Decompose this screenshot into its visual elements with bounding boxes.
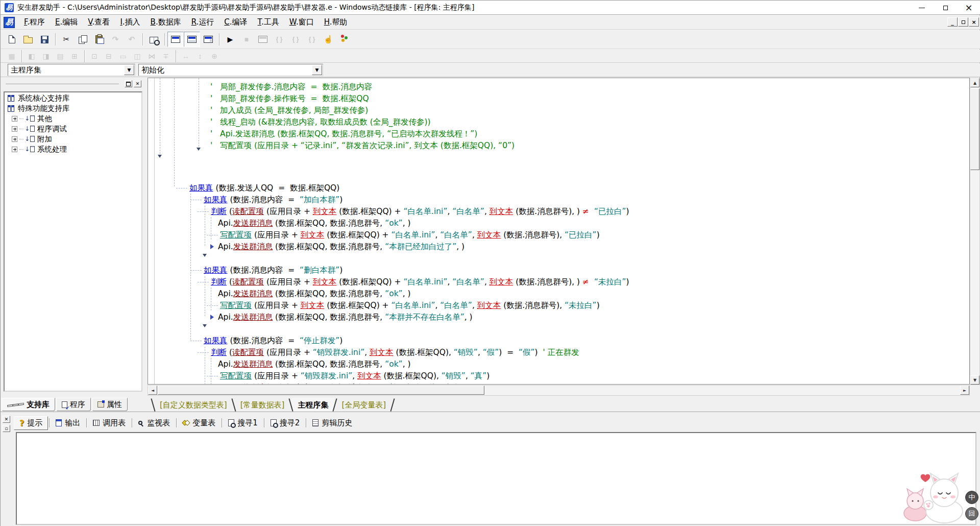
dock-tab-提示[interactable]: ?提示 (14, 416, 48, 430)
find-button[interactable] (145, 32, 162, 47)
editor-tab-2[interactable]: [常量数据表] (234, 398, 291, 412)
dock-tab-搜寻2[interactable]: 搜寻2 (265, 417, 305, 429)
panel-tab-属性[interactable]: 属性 (92, 398, 128, 411)
output-area[interactable] (16, 432, 976, 525)
undo-button[interactable]: ↶ (124, 32, 140, 47)
menu-item-C[interactable]: C.编译 (219, 16, 252, 29)
dock-float-button[interactable]: ▫ (3, 425, 10, 432)
dock-tab-搜寻1[interactable]: 搜寻1 (223, 417, 263, 429)
center-horizontal-button[interactable]: ⊡ (87, 51, 102, 62)
mdi-close-button[interactable]: × (969, 17, 979, 27)
code-line[interactable]: 判断 (读配置项 (应用目录 + “销毁群发.ini”, 到文本 (数据.框架Q… (211, 347, 579, 358)
chevron-down-icon[interactable]: ▼ (312, 65, 322, 75)
pause-button[interactable]: ☝ (320, 32, 336, 47)
scroll-up-button[interactable]: ▲ (970, 78, 979, 87)
code-line[interactable]: Api.发送群消息 (数据.框架QQ, 数据.消息群号, “本群并不存在白名单”… (218, 312, 473, 323)
toggle-bottom-panel-button[interactable] (184, 32, 200, 47)
code-line[interactable]: 写配置项 (应用目录 + “销毁群发.ini”, 到文本 (数据.框架QQ), … (220, 371, 489, 381)
vscroll-thumb[interactable] (970, 88, 979, 170)
dock-tab-输出[interactable]: 输出 (51, 417, 85, 429)
code-line[interactable]: ' 局部_群发传参.消息内容 = 数据.消息内容 (210, 82, 372, 92)
make-same-height-relative-button[interactable]: ∓ (159, 51, 173, 62)
make-same-width-button[interactable]: ↔ (179, 51, 193, 62)
panel-grip-handle[interactable] (6, 84, 119, 85)
ime-badge-cn[interactable]: 中 (965, 491, 978, 504)
editor-tab-4[interactable]: [全局变量表] (335, 398, 392, 412)
align-top-edges-button[interactable]: ▤ (53, 51, 67, 62)
step-over-button[interactable]: { } (287, 32, 304, 47)
panel-tab-程序[interactable]: 程序 (56, 398, 91, 411)
code-line[interactable]: Api.发送群消息 (数据.框架QQ, 数据.消息群号, “本群已经加白过了”,… (218, 242, 464, 252)
hscroll-thumb[interactable] (158, 386, 484, 395)
layout-grid-button[interactable]: ▦ (5, 51, 19, 62)
code-line[interactable]: 判断 (读配置项 (应用目录 + 到文本 (数据.框架QQ) + “白名单.in… (211, 206, 629, 217)
mdi-restore-button[interactable] (958, 17, 968, 27)
code-line[interactable]: ' 局部_群发传参.操作账号 = 数据.框架QQ (210, 93, 369, 104)
ime-badge-mode[interactable]: 回 (965, 507, 978, 520)
align-right-edges-button[interactable]: ◨ (39, 51, 53, 62)
make-same-width-relative-button[interactable]: ⋈ (144, 51, 159, 62)
dock-tab-监视表[interactable]: 监视表 (133, 417, 175, 429)
assembly-combobox[interactable]: 主程序集 ▼ (8, 64, 135, 76)
tree-item[interactable]: 系统核心支持库 (5, 93, 141, 103)
tree-item[interactable]: ↓程序调试 (5, 124, 141, 133)
step-out-button[interactable]: { } (304, 32, 320, 47)
menu-item-W[interactable]: W.窗口 (284, 16, 319, 29)
code-line[interactable]: ' 写配置项 (应用目录 + “记录.ini”, “群发首次记录.ini”, 到… (210, 140, 514, 151)
code-line[interactable]: Api.发送群消息 (数据.框架QQ, 数据.消息群号, “ok”, ) (218, 289, 411, 299)
align-left-edges-button[interactable]: ◧ (24, 51, 39, 62)
menu-item-I[interactable]: I.插入 (115, 16, 145, 29)
scroll-down-button[interactable]: ▼ (970, 375, 979, 385)
panel-close-button[interactable]: ✕ (134, 80, 141, 87)
expand-icon[interactable] (12, 136, 17, 142)
editor-tab-1[interactable]: [自定义数据类型表] (154, 398, 233, 412)
editor-vertical-scrollbar[interactable]: ▲ ▼ (970, 78, 980, 385)
dock-close-button[interactable]: ✕ (3, 416, 10, 423)
code-line[interactable]: ' Api.发送群消息 (数据.框架QQ, 数据.消息群号, “已启动本次群发线… (210, 129, 477, 139)
menu-item-E[interactable]: E.编辑 (50, 16, 83, 29)
code-line[interactable]: ' 线程_启动 (&群发消息内容, 取数组成员数 (全局_群发传参)) (210, 117, 431, 128)
code-line[interactable]: Api.发送群消息 (数据.框架QQ, 数据.消息群号, “并没有群发线程存在”… (218, 382, 473, 385)
routine-combobox[interactable]: 初始化 ▼ (138, 64, 323, 76)
code-line[interactable]: 判断 (读配置项 (应用目录 + 到文本 (数据.框架QQ) + “白名单.in… (211, 277, 629, 288)
open-file-button[interactable] (20, 32, 36, 47)
new-file-button[interactable] (4, 32, 20, 47)
mdi-minimize-button[interactable]: _ (947, 17, 958, 27)
code-line[interactable]: 如果真 (数据.消息内容 = “删白本群”) (204, 265, 342, 276)
copy-button[interactable] (75, 32, 91, 47)
minimize-button[interactable] (910, 1, 934, 15)
stop-button[interactable]: ■ (238, 32, 255, 47)
expand-icon[interactable] (12, 116, 17, 122)
center-vertical-button[interactable]: ⊟ (102, 51, 116, 62)
paste-button[interactable] (91, 32, 107, 47)
space-down-button[interactable]: ◫ (130, 51, 144, 62)
code-line[interactable]: 如果真 (数据.发送人QQ = 数据.框架QQ) (189, 183, 339, 194)
run-button[interactable]: ▶ (222, 32, 238, 47)
debug-run-button[interactable] (336, 32, 353, 47)
code-line[interactable]: Api.发送群消息 (数据.框架QQ, 数据.消息群号, “ok”, ) (218, 218, 411, 229)
editor-horizontal-scrollbar[interactable]: ◄ ► (148, 385, 970, 396)
tree-item[interactable]: 特殊功能支持库 (5, 104, 141, 113)
menu-item-H[interactable]: H.帮助 (319, 16, 353, 29)
code-line[interactable]: 如果真 (数据.消息内容 = “停止群发”) (204, 336, 342, 346)
debug-window-button[interactable] (255, 32, 271, 47)
toggle-left-panel-button[interactable] (167, 32, 184, 47)
code-line[interactable]: 如果真 (数据.消息内容 = “加白本群”) (204, 195, 342, 205)
restore-button[interactable] (934, 1, 957, 15)
menu-item-R[interactable]: R.运行 (186, 16, 219, 29)
dock-tab-调用表[interactable]: 调用表 (88, 417, 131, 429)
redo-button[interactable]: ↷ (107, 32, 124, 47)
menu-item-V[interactable]: V.查看 (83, 16, 115, 29)
expand-icon[interactable] (12, 147, 17, 152)
panel-tab-支持库[interactable]: 支持库 (2, 398, 55, 411)
tree-item[interactable]: ↓附加 (5, 134, 141, 144)
make-same-size-button[interactable]: ⊕ (207, 51, 222, 62)
code-line[interactable]: 写配置项 (应用目录 + 到文本 (数据.框架QQ) + “白名单.ini”, … (220, 300, 600, 311)
code-editor[interactable]: ' 局部_群发传参.消息内容 = 数据.消息内容' 局部_群发传参.操作账号 =… (148, 78, 970, 385)
code-line[interactable]: 写配置项 (应用目录 + 到文本 (数据.框架QQ) + “白名单.ini”, … (220, 230, 600, 241)
close-button[interactable]: × (957, 1, 980, 15)
toggle-right-panel-button[interactable] (200, 32, 216, 47)
scroll-right-button[interactable]: ► (960, 386, 969, 395)
dock-tab-变量表[interactable]: 变量表 (178, 417, 220, 429)
code-line[interactable]: Api.发送群消息 (数据.框架QQ, 数据.消息群号, “ok”, ) (218, 359, 411, 370)
